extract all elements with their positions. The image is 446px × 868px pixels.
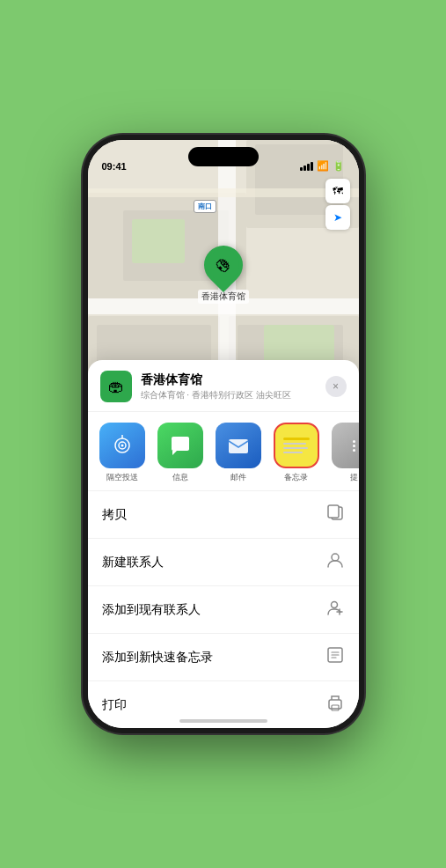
location-desc: 综合体育馆 · 香港特别行政区 油尖旺区 (141, 389, 325, 401)
add-note-label: 添加到新快速备忘录 (102, 650, 213, 666)
svg-rect-30 (332, 705, 339, 710)
share-item-notes[interactable]: 备忘录 (271, 423, 322, 483)
share-item-messages[interactable]: 信息 (155, 423, 206, 483)
svg-rect-12 (132, 219, 185, 263)
mail-label: 邮件 (230, 472, 246, 483)
svg-point-16 (121, 445, 123, 447)
mail-icon (216, 423, 261, 468)
location-icon: ➤ (333, 211, 342, 224)
status-icons: 📶 🔋 (300, 160, 345, 172)
action-add-existing[interactable]: 添加到现有联系人 (88, 586, 359, 634)
messages-label: 信息 (172, 472, 188, 483)
phone-screen: 09:41 📶 🔋 (88, 140, 359, 728)
note-icon (325, 645, 345, 669)
battery-icon: 🔋 (333, 160, 345, 172)
map-type-icon: 🗺 (333, 185, 343, 197)
share-item-more[interactable]: 提 (329, 423, 359, 483)
location-button[interactable]: ➤ (325, 205, 350, 230)
share-row: 隔空投送 信息 (88, 412, 359, 491)
more-icon (332, 423, 359, 468)
airdrop-label: 隔空投送 (106, 472, 138, 483)
wifi-icon: 📶 (317, 160, 329, 172)
print-icon (325, 693, 345, 717)
svg-rect-20 (328, 505, 339, 518)
venue-icon: 🏟 (100, 371, 132, 402)
marker-pin-inner: 🏟 (208, 249, 239, 281)
share-item-mail[interactable]: 邮件 (213, 423, 264, 483)
person-add-icon (325, 598, 345, 622)
more-dots (353, 440, 355, 452)
svg-rect-29 (329, 700, 341, 709)
stadium-icon: 🏟 (211, 253, 236, 277)
bottom-sheet: 🏟 香港体育馆 综合体育馆 · 香港特别行政区 油尖旺区 × (88, 360, 359, 728)
share-item-airdrop[interactable]: 隔空投送 (97, 423, 148, 483)
action-copy[interactable]: 拷贝 (88, 491, 359, 539)
svg-point-21 (332, 554, 339, 561)
road-label: 南口 (194, 200, 216, 213)
messages-icon (157, 423, 203, 468)
add-existing-label: 添加到现有联系人 (102, 602, 201, 618)
action-add-note[interactable]: 添加到新快速备忘录 (88, 634, 359, 681)
person-icon (325, 550, 345, 574)
location-name: 香港体育馆 (141, 372, 325, 388)
map-controls: 🗺 ➤ (325, 179, 350, 230)
close-icon: × (333, 380, 339, 393)
new-contact-label: 新建联系人 (102, 555, 164, 570)
notes-icon (274, 423, 319, 468)
signal-icon (300, 162, 313, 171)
action-new-contact[interactable]: 新建联系人 (88, 539, 359, 586)
phone-frame: 09:41 📶 🔋 (83, 135, 364, 733)
svg-rect-18 (229, 439, 248, 453)
copy-label: 拷贝 (102, 507, 127, 523)
more-label: 提 (350, 472, 358, 483)
airdrop-icon (99, 423, 145, 468)
svg-point-22 (331, 602, 337, 608)
dynamic-island (188, 147, 259, 166)
map-type-button[interactable]: 🗺 (325, 179, 350, 203)
print-label: 打印 (102, 697, 127, 713)
home-indicator (179, 719, 267, 723)
action-list: 拷贝 新建联系人 (88, 491, 359, 728)
notes-label: 备忘录 (284, 472, 308, 483)
close-button[interactable]: × (325, 376, 347, 397)
notes-lines (276, 430, 317, 460)
location-marker: 🏟 香港体育馆 (198, 246, 249, 304)
svg-rect-11 (88, 188, 359, 197)
copy-icon (325, 503, 345, 526)
marker-pin: 🏟 (195, 238, 250, 292)
location-header: 🏟 香港体育馆 综合体育馆 · 香港特别行政区 油尖旺区 × (88, 360, 359, 412)
location-info: 香港体育馆 综合体育馆 · 香港特别行政区 油尖旺区 (141, 372, 325, 401)
